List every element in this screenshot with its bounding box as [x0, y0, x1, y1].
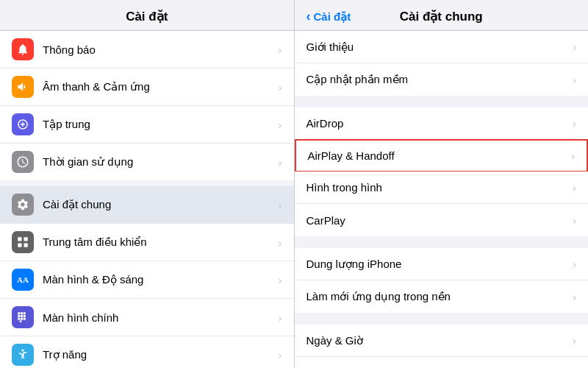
home-screen-icon [12, 306, 34, 328]
right-item-lammoi[interactable]: Làm mới ứng dụng trong nền › [295, 280, 589, 313]
right-panel-header: ‹ Cài đặt Cài đặt chung [295, 0, 589, 31]
back-chevron-icon: ‹ [306, 9, 311, 24]
sidebar-item-thoigian-label: Thời gian sử dụng [43, 155, 279, 169]
chevron-right-icon: › [573, 117, 576, 130]
sidebar-item-amthanh[interactable]: Âm thanh & Cảm ứng › [0, 68, 294, 106]
right-item-dunglượng[interactable]: Dung lượng iPhone › [295, 248, 589, 280]
right-item-ngaygio[interactable]: Ngày & Giờ › [295, 325, 589, 357]
sidebar-item-manhinh-label: Màn hình & Độ sáng [43, 273, 279, 286]
screentime-icon [12, 151, 34, 173]
sidebar-item-thongbao-label: Thông báo [43, 43, 279, 56]
right-group-3: Ngày & Giờ › Bàn phím › Phông chữ › Ngôn… [295, 325, 589, 368]
right-item-airplay[interactable]: AirPlay & Handoff › [295, 139, 589, 172]
sidebar-item-caidatchung[interactable]: Cài đặt chung › [0, 186, 294, 224]
chevron-right-icon: › [279, 199, 282, 211]
general-settings-icon [12, 194, 34, 216]
sidebar-item-trungtam[interactable]: Trung tâm điều khiển › [0, 224, 294, 261]
svg-rect-1 [24, 237, 28, 241]
sidebar-item-manhinhchinh[interactable]: Màn hình chính › [0, 299, 294, 336]
right-panel-content: Giới thiệu › Cập nhật phần mềm › AirDrop… [295, 31, 589, 368]
chevron-right-icon: › [573, 258, 576, 270]
chevron-right-icon: › [279, 81, 282, 93]
chevron-right-icon: › [573, 291, 576, 303]
right-panel-title: Cài đặt chung [373, 9, 509, 24]
chevron-right-icon: › [573, 334, 576, 347]
sidebar-item-thongbao[interactable]: Thông báo › [0, 31, 294, 68]
right-group-1: AirDrop › AirPlay & Handoff › Hình trong… [295, 107, 589, 236]
right-group-2: Dung lượng iPhone › Làm mới ứng dụng tro… [295, 248, 589, 313]
display-icon: AA [12, 269, 34, 291]
svg-point-4 [22, 350, 24, 352]
right-item-airdrop[interactable]: AirDrop › [295, 107, 589, 140]
sidebar-item-tronang[interactable]: Trợ năng › [0, 336, 294, 368]
chevron-right-icon: › [573, 40, 576, 53]
left-panel-header: Cài đặt [0, 0, 294, 31]
right-group-0: Giới thiệu › Cập nhật phần mềm › [295, 31, 589, 96]
separator-1 [295, 96, 589, 107]
sidebar-item-taptrung-label: Tập trung [43, 118, 279, 131]
right-item-gioithieu[interactable]: Giới thiệu › [295, 31, 589, 63]
sidebar-item-manhinhchinh-label: Màn hình chính [43, 311, 279, 324]
chevron-right-icon: › [573, 214, 576, 227]
separator-2 [295, 236, 589, 248]
notification-icon [12, 38, 34, 60]
sidebar-item-trungtam-label: Trung tâm điều khiển [43, 236, 279, 249]
sidebar-item-tronang-label: Trợ năng [43, 348, 279, 361]
chevron-right-icon: › [573, 181, 576, 194]
right-panel: ‹ Cài đặt Cài đặt chung Giới thiệu › Cập… [295, 0, 589, 368]
right-item-hinhtronginh[interactable]: Hình trong hình › [295, 171, 589, 204]
svg-rect-0 [18, 237, 21, 241]
back-button[interactable]: ‹ Cài đặt [306, 9, 374, 24]
left-group-2: Cài đặt chung › Trung tâm điều khiển › A… [0, 186, 294, 368]
separator-3 [295, 313, 589, 325]
left-group-1: Thông báo › Âm thanh & Cảm ứng › Tập tru… [0, 31, 294, 180]
right-item-capnhat[interactable]: Cập nhật phần mềm › [295, 63, 589, 96]
svg-rect-2 [18, 244, 21, 247]
accessibility-icon [12, 344, 34, 366]
left-panel: Cài đặt Thông báo › Âm thanh & Cảm ứng › [0, 0, 295, 368]
chevron-right-icon: › [279, 156, 282, 169]
control-center-icon [12, 231, 34, 253]
left-panel-content: Thông báo › Âm thanh & Cảm ứng › Tập tru… [0, 31, 294, 368]
chevron-right-icon: › [279, 274, 282, 286]
chevron-right-icon: › [573, 74, 576, 86]
chevron-right-icon: › [279, 349, 282, 361]
sidebar-item-taptrung[interactable]: Tập trung › [0, 106, 294, 144]
chevron-right-icon: › [279, 43, 282, 56]
chevron-right-icon: › [279, 311, 282, 324]
sound-icon [12, 76, 34, 98]
chevron-right-icon: › [571, 149, 575, 162]
right-item-banphim[interactable]: Bàn phím › [295, 357, 589, 368]
chevron-right-icon: › [279, 236, 282, 249]
sidebar-item-caidatchung-label: Cài đặt chung [43, 198, 279, 211]
svg-rect-3 [24, 244, 28, 247]
sidebar-item-manhinh[interactable]: AA Màn hình & Độ sáng › [0, 261, 294, 299]
focus-icon [12, 113, 34, 135]
sidebar-item-thoigian[interactable]: Thời gian sử dụng › [0, 144, 294, 180]
sidebar-item-amthanh-label: Âm thanh & Cảm ứng [43, 80, 279, 93]
chevron-right-icon: › [279, 118, 282, 131]
back-label: Cài đặt [314, 10, 351, 24]
right-item-carplay[interactable]: CarPlay › [295, 204, 589, 236]
